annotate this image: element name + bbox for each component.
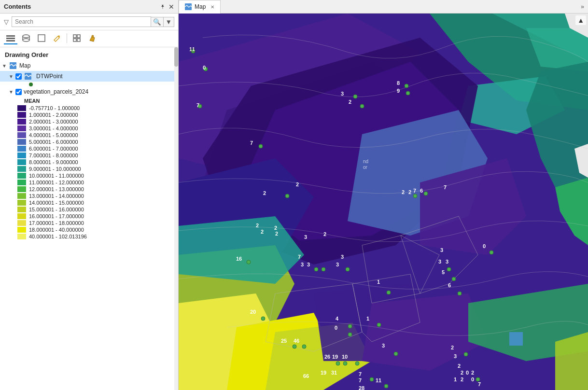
svg-point-36 (261, 317, 265, 320)
toolbar (0, 30, 178, 47)
legend-item: 11.000001 - 12.000000 (0, 179, 178, 186)
svg-text:3: 3 (446, 259, 448, 265)
tree-item-map[interactable]: ▼ Map (0, 60, 178, 71)
tree-item-dtwpoint[interactable]: ▼ DTWPoint (0, 71, 178, 82)
legend-color-swatch (17, 180, 26, 185)
toolbar-list-btn[interactable] (4, 33, 17, 44)
search-arrow-btn[interactable]: ▼ (164, 17, 174, 27)
legend-color-swatch (17, 234, 26, 239)
svg-text:6: 6 (448, 282, 451, 288)
svg-text:or: or (363, 165, 368, 170)
legend-color-swatch (17, 213, 26, 219)
expand-arrow-vegetation[interactable]: ▼ (9, 89, 15, 95)
legend-range-label: 5.000001 - 6.000000 (29, 139, 78, 145)
svg-text:2: 2 (458, 363, 461, 369)
svg-point-33 (490, 251, 493, 254)
tab-close-btn[interactable]: ✕ (210, 4, 214, 10)
svg-text:25: 25 (281, 338, 287, 344)
legend-range-label: 2.000001 - 3.000000 (29, 119, 78, 125)
svg-point-23 (259, 144, 263, 148)
search-dropdown-btn[interactable]: 🔍 (151, 17, 164, 27)
legend-color-swatch (17, 125, 26, 131)
toolbar-square-outline-btn[interactable] (35, 32, 48, 44)
legend-item: 3.000001 - 4.000000 (0, 125, 178, 132)
legend-range-label: 12.000001 - 13.000000 (29, 186, 84, 192)
pin-icon[interactable]: 🖈 (160, 3, 166, 10)
svg-point-20 (360, 104, 364, 108)
toolbar-pencil-btn[interactable] (50, 32, 64, 44)
svg-point-45 (394, 352, 398, 356)
tab-expand-btn[interactable]: » (577, 3, 588, 10)
legend-color-swatch (17, 220, 26, 226)
contents-body[interactable]: Drawing Order ▼ Map ▼ (0, 47, 178, 390)
svg-text:2: 2 (256, 223, 259, 228)
toolbar-paint-btn[interactable] (85, 32, 99, 44)
legend-color-swatch (17, 207, 26, 212)
svg-text:11: 11 (376, 377, 381, 383)
list-layers-icon (6, 34, 15, 42)
toolbar-grid-btn[interactable] (70, 32, 84, 44)
map-tab[interactable]: Map ✕ (179, 0, 221, 14)
legend-item: 40.000001 - 102.013196 (0, 233, 178, 240)
svg-text:31: 31 (331, 370, 337, 376)
dtwpoint-checkbox[interactable] (15, 73, 22, 80)
legend-color-swatch (17, 193, 26, 199)
svg-point-37 (348, 324, 352, 328)
vegetation-label: vegetation_parcels_2024 (24, 88, 88, 95)
svg-point-47 (370, 377, 374, 381)
svg-text:2: 2 (323, 231, 326, 237)
svg-point-34 (413, 194, 417, 198)
contents-title: Contents (4, 3, 31, 10)
legend-item: 15.000001 - 16.000000 (0, 206, 178, 213)
dtwpoint-label: DTWPoint (36, 73, 63, 80)
map-svg: 11 0 7 3 2 8 9 7 2 2 2 2 2 7 6 2 2 16 3 … (179, 14, 588, 390)
legend-range-label: 17.000001 - 18.000000 (29, 220, 84, 226)
svg-text:2: 2 (349, 99, 351, 105)
svg-text:0: 0 (335, 325, 337, 331)
toolbar-cylinder-btn[interactable] (19, 32, 33, 44)
vegetation-checkbox[interactable] (15, 89, 22, 95)
legend-color-swatch (17, 186, 26, 192)
svg-point-46 (464, 352, 468, 356)
legend-item: 1.000001 - 2.000000 (0, 111, 178, 118)
search-input[interactable] (12, 16, 151, 27)
legend-item: 9.000001 - 10.000000 (0, 166, 178, 172)
square-outline-icon (37, 34, 46, 42)
tree-item-vegetation[interactable]: ▼ vegetation_parcels_2024 (0, 87, 178, 96)
svg-rect-1 (6, 38, 15, 39)
app-container: Contents 🖈 ✕ ▽ 🔍 ▼ (0, 0, 588, 390)
expand-arrow-map[interactable]: ▼ (2, 63, 9, 69)
contents-header: Contents 🖈 ✕ (0, 0, 178, 14)
legend-item: 10.000001 - 11.000000 (0, 172, 178, 179)
svg-point-22 (406, 91, 410, 95)
dtwpoint-layer-icon (24, 72, 32, 81)
dot-legend (0, 82, 178, 87)
svg-text:0: 0 (471, 376, 474, 382)
svg-text:1: 1 (366, 316, 369, 321)
close-icon[interactable]: ✕ (168, 3, 174, 11)
map-scroll-up[interactable]: ▲ (575, 15, 586, 25)
legend-color-swatch (17, 166, 26, 172)
svg-text:7: 7 (250, 140, 253, 146)
svg-text:5: 5 (442, 269, 445, 275)
svg-text:2: 2 (402, 189, 405, 195)
scroll-thumb[interactable] (174, 47, 178, 67)
svg-text:1: 1 (377, 279, 380, 285)
legend-container: -0.757710 - 1.000000 1.000001 - 2.000000… (0, 105, 178, 240)
legend-color-swatch (17, 112, 26, 118)
svg-text:2: 2 (471, 370, 474, 376)
svg-text:7: 7 (444, 184, 447, 190)
legend-item: 14.000001 - 15.000000 (0, 199, 178, 206)
svg-rect-9 (77, 35, 80, 38)
legend-range-label: 13.000001 - 14.000000 (29, 193, 84, 199)
legend-range-label: 7.000001 - 8.000000 (29, 153, 78, 158)
legend-range-label: 10.000001 - 11.000000 (29, 173, 84, 179)
svg-point-39 (348, 333, 352, 336)
svg-point-21 (405, 84, 408, 88)
map-canvas[interactable]: 11 0 7 3 2 8 9 7 2 2 2 2 2 7 6 2 2 16 3 … (179, 14, 588, 390)
legend-color-swatch (17, 227, 26, 233)
expand-arrow-dtwpoint[interactable]: ▼ (9, 74, 15, 79)
svg-point-35 (424, 192, 428, 195)
scroll-track[interactable] (174, 47, 178, 390)
svg-text:7: 7 (359, 377, 362, 383)
